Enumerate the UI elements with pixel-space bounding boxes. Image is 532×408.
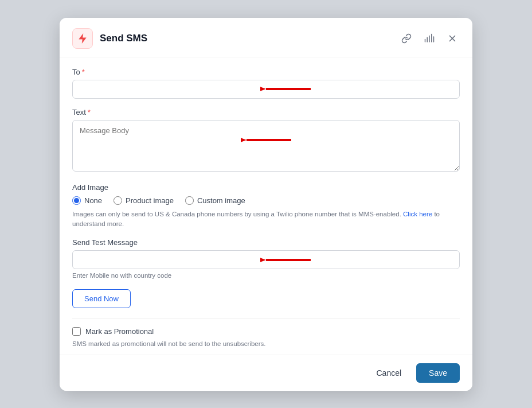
text-input-container (72, 120, 460, 174)
radio-product-label: Product image (126, 196, 174, 205)
send-test-label: Send Test Message (72, 238, 460, 247)
promotional-hint: SMS marked as promotional will not be se… (72, 340, 460, 347)
modal-header: Send SMS (60, 18, 472, 57)
mobile-hint: Enter Mobile no with country code (72, 272, 460, 279)
lightning-icon (77, 33, 88, 44)
send-test-input[interactable] (72, 250, 460, 269)
promotional-label[interactable]: Mark as Promotional (85, 327, 154, 336)
link-icon-button[interactable] (399, 31, 414, 46)
modal-overlay: Send SMS (0, 0, 532, 408)
signal-icon-button[interactable] (422, 31, 437, 46)
send-test-section: Send Test Message (72, 238, 460, 279)
modal-body: To * (60, 57, 472, 355)
radio-custom-label: Custom image (197, 196, 245, 205)
to-label: To * (72, 68, 460, 76)
modal-title: Send SMS (100, 33, 399, 44)
image-radio-group: None Product image Custom image (72, 196, 460, 205)
to-field-group: To * (72, 68, 460, 99)
to-input[interactable] (72, 80, 460, 99)
divider (72, 318, 460, 319)
test-input-container (72, 250, 460, 269)
radio-product[interactable]: Product image (114, 196, 174, 205)
radio-none-input[interactable] (72, 196, 81, 205)
signal-icon (424, 33, 435, 44)
radio-none-label: None (84, 196, 102, 205)
link-icon (401, 33, 412, 44)
save-button[interactable]: Save (416, 363, 460, 383)
promotional-section: Mark as Promotional (72, 327, 460, 336)
promotional-checkbox[interactable] (72, 327, 81, 336)
to-input-container (72, 80, 460, 99)
radio-none[interactable]: None (72, 196, 102, 205)
modal-footer: Cancel Save (60, 355, 472, 391)
image-info-text: Images can only be send to US & Canada p… (72, 209, 460, 230)
modal-icon-wrapper (72, 28, 93, 49)
click-here-link[interactable]: Click here (403, 211, 432, 217)
header-actions (399, 31, 460, 46)
radio-product-input[interactable] (114, 196, 122, 205)
add-image-section: Add Image None Product image Custom imag… (72, 183, 460, 230)
radio-custom[interactable]: Custom image (185, 196, 245, 205)
text-required: * (88, 108, 91, 116)
close-button[interactable] (445, 31, 460, 46)
send-sms-modal: Send SMS (60, 18, 472, 391)
radio-custom-input[interactable] (185, 196, 194, 205)
send-now-button[interactable]: Send Now (72, 289, 131, 308)
to-required: * (82, 68, 85, 76)
cancel-button[interactable]: Cancel (367, 364, 410, 382)
close-icon (447, 33, 457, 44)
add-image-label: Add Image (72, 183, 460, 192)
text-label: Text * (72, 108, 460, 116)
text-textarea[interactable] (72, 120, 460, 172)
text-field-group: Text * (72, 108, 460, 174)
